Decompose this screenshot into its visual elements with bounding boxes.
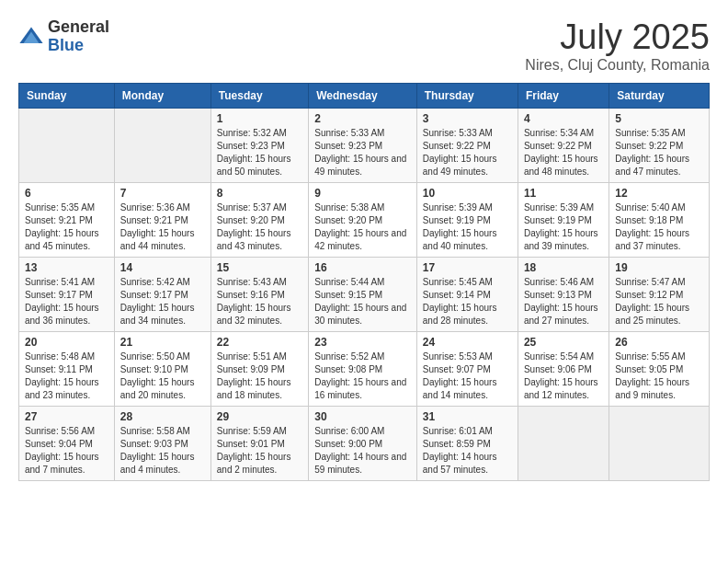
day-number: 6 <box>25 187 108 200</box>
day-info: Sunrise: 5:32 AMSunset: 9:23 PMDaylight:… <box>217 127 302 178</box>
calendar-cell: 23Sunrise: 5:52 AMSunset: 9:08 PMDayligh… <box>309 331 417 406</box>
weekday-header-sunday: Sunday <box>19 83 115 108</box>
day-number: 17 <box>423 261 512 274</box>
day-number: 18 <box>524 261 603 274</box>
title-block: July 2025 Nires, Cluj County, Romania <box>525 18 710 74</box>
day-info: Sunrise: 5:38 AMSunset: 9:20 PMDaylight:… <box>314 201 411 253</box>
day-info: Sunrise: 5:54 AMSunset: 9:06 PMDaylight:… <box>524 350 603 402</box>
calendar-cell <box>19 108 115 182</box>
calendar-cell: 10Sunrise: 5:39 AMSunset: 9:19 PMDayligh… <box>416 182 518 257</box>
day-info: Sunrise: 5:47 AMSunset: 9:12 PMDaylight:… <box>615 276 703 327</box>
day-info: Sunrise: 5:48 AMSunset: 9:11 PMDaylight:… <box>25 350 108 402</box>
week-row-2: 6Sunrise: 5:35 AMSunset: 9:21 PMDaylight… <box>19 182 710 257</box>
calendar-cell: 14Sunrise: 5:42 AMSunset: 9:17 PMDayligh… <box>114 257 210 331</box>
weekday-header-row: SundayMondayTuesdayWednesdayThursdayFrid… <box>19 83 710 108</box>
calendar-cell: 5Sunrise: 5:35 AMSunset: 9:22 PMDaylight… <box>609 108 710 182</box>
weekday-header-wednesday: Wednesday <box>309 83 417 108</box>
calendar-cell: 20Sunrise: 5:48 AMSunset: 9:11 PMDayligh… <box>19 331 115 406</box>
month-year-title: July 2025 <box>525 18 710 57</box>
calendar-cell: 18Sunrise: 5:46 AMSunset: 9:13 PMDayligh… <box>518 257 609 331</box>
calendar-cell: 29Sunrise: 5:59 AMSunset: 9:01 PMDayligh… <box>210 406 308 480</box>
calendar-cell: 28Sunrise: 5:58 AMSunset: 9:03 PMDayligh… <box>114 406 210 480</box>
week-row-1: 1Sunrise: 5:32 AMSunset: 9:23 PMDaylight… <box>19 108 710 182</box>
day-info: Sunrise: 5:50 AMSunset: 9:10 PMDaylight:… <box>120 350 205 402</box>
calendar-cell: 1Sunrise: 5:32 AMSunset: 9:23 PMDaylight… <box>210 108 308 182</box>
day-info: Sunrise: 5:33 AMSunset: 9:22 PMDaylight:… <box>423 127 512 178</box>
day-info: Sunrise: 5:37 AMSunset: 9:20 PMDaylight:… <box>217 201 302 253</box>
day-number: 12 <box>615 187 703 200</box>
calendar-cell: 19Sunrise: 5:47 AMSunset: 9:12 PMDayligh… <box>609 257 710 331</box>
day-number: 10 <box>423 187 512 200</box>
day-number: 14 <box>120 261 205 274</box>
day-info: Sunrise: 5:52 AMSunset: 9:08 PMDaylight:… <box>314 350 411 402</box>
weekday-header-saturday: Saturday <box>609 83 710 108</box>
calendar-cell: 17Sunrise: 5:45 AMSunset: 9:14 PMDayligh… <box>416 257 518 331</box>
week-row-4: 20Sunrise: 5:48 AMSunset: 9:11 PMDayligh… <box>19 331 710 406</box>
day-number: 3 <box>423 112 512 125</box>
calendar-cell: 25Sunrise: 5:54 AMSunset: 9:06 PMDayligh… <box>518 331 609 406</box>
calendar-cell <box>518 406 609 480</box>
day-number: 8 <box>217 187 302 200</box>
day-info: Sunrise: 5:56 AMSunset: 9:04 PMDaylight:… <box>25 425 108 477</box>
calendar-cell: 11Sunrise: 5:39 AMSunset: 9:19 PMDayligh… <box>518 182 609 257</box>
calendar-table: SundayMondayTuesdayWednesdayThursdayFrid… <box>18 83 710 481</box>
day-number: 7 <box>120 187 205 200</box>
day-number: 21 <box>120 336 205 349</box>
weekday-header-tuesday: Tuesday <box>210 83 308 108</box>
calendar-cell: 7Sunrise: 5:36 AMSunset: 9:21 PMDaylight… <box>114 182 210 257</box>
calendar-cell: 24Sunrise: 5:53 AMSunset: 9:07 PMDayligh… <box>416 331 518 406</box>
day-info: Sunrise: 6:00 AMSunset: 9:00 PMDaylight:… <box>314 425 411 477</box>
day-info: Sunrise: 5:41 AMSunset: 9:17 PMDaylight:… <box>25 276 108 327</box>
calendar-cell: 27Sunrise: 5:56 AMSunset: 9:04 PMDayligh… <box>19 406 115 480</box>
day-info: Sunrise: 5:59 AMSunset: 9:01 PMDaylight:… <box>217 425 302 477</box>
day-info: Sunrise: 5:43 AMSunset: 9:16 PMDaylight:… <box>217 276 302 327</box>
day-info: Sunrise: 5:44 AMSunset: 9:15 PMDaylight:… <box>314 276 411 327</box>
day-number: 31 <box>423 410 512 423</box>
weekday-header-thursday: Thursday <box>416 83 518 108</box>
day-info: Sunrise: 5:35 AMSunset: 9:21 PMDaylight:… <box>25 201 108 253</box>
week-row-3: 13Sunrise: 5:41 AMSunset: 9:17 PMDayligh… <box>19 257 710 331</box>
day-number: 30 <box>314 410 411 423</box>
calendar-cell: 12Sunrise: 5:40 AMSunset: 9:18 PMDayligh… <box>609 182 710 257</box>
day-number: 11 <box>524 187 603 200</box>
day-number: 22 <box>217 336 302 349</box>
day-info: Sunrise: 5:53 AMSunset: 9:07 PMDaylight:… <box>423 350 512 402</box>
day-info: Sunrise: 6:01 AMSunset: 8:59 PMDaylight:… <box>423 425 512 477</box>
calendar-cell: 3Sunrise: 5:33 AMSunset: 9:22 PMDaylight… <box>416 108 518 182</box>
calendar-cell: 9Sunrise: 5:38 AMSunset: 9:20 PMDaylight… <box>309 182 417 257</box>
day-info: Sunrise: 5:42 AMSunset: 9:17 PMDaylight:… <box>120 276 205 327</box>
calendar-cell: 16Sunrise: 5:44 AMSunset: 9:15 PMDayligh… <box>309 257 417 331</box>
day-info: Sunrise: 5:51 AMSunset: 9:09 PMDaylight:… <box>217 350 302 402</box>
logo-text: General Blue <box>48 18 109 55</box>
day-number: 2 <box>314 112 411 125</box>
day-info: Sunrise: 5:39 AMSunset: 9:19 PMDaylight:… <box>524 201 603 253</box>
day-number: 19 <box>615 261 703 274</box>
day-number: 23 <box>314 336 411 349</box>
calendar-cell: 22Sunrise: 5:51 AMSunset: 9:09 PMDayligh… <box>210 331 308 406</box>
page-header: General Blue July 2025 Nires, Cluj Count… <box>18 18 710 74</box>
calendar-cell: 6Sunrise: 5:35 AMSunset: 9:21 PMDaylight… <box>19 182 115 257</box>
day-number: 24 <box>423 336 512 349</box>
calendar-cell: 15Sunrise: 5:43 AMSunset: 9:16 PMDayligh… <box>210 257 308 331</box>
day-number: 27 <box>25 410 108 423</box>
calendar-cell: 26Sunrise: 5:55 AMSunset: 9:05 PMDayligh… <box>609 331 710 406</box>
day-number: 25 <box>524 336 603 349</box>
day-info: Sunrise: 5:33 AMSunset: 9:23 PMDaylight:… <box>314 127 411 178</box>
day-info: Sunrise: 5:35 AMSunset: 9:22 PMDaylight:… <box>615 127 703 178</box>
day-info: Sunrise: 5:46 AMSunset: 9:13 PMDaylight:… <box>524 276 603 327</box>
calendar-cell: 4Sunrise: 5:34 AMSunset: 9:22 PMDaylight… <box>518 108 609 182</box>
day-number: 15 <box>217 261 302 274</box>
day-info: Sunrise: 5:58 AMSunset: 9:03 PMDaylight:… <box>120 425 205 477</box>
logo-icon <box>18 24 44 50</box>
calendar-cell: 30Sunrise: 6:00 AMSunset: 9:00 PMDayligh… <box>309 406 417 480</box>
day-info: Sunrise: 5:45 AMSunset: 9:14 PMDaylight:… <box>423 276 512 327</box>
day-info: Sunrise: 5:55 AMSunset: 9:05 PMDaylight:… <box>615 350 703 402</box>
weekday-header-monday: Monday <box>114 83 210 108</box>
day-number: 5 <box>615 112 703 125</box>
calendar-cell <box>609 406 710 480</box>
day-number: 13 <box>25 261 108 274</box>
week-row-5: 27Sunrise: 5:56 AMSunset: 9:04 PMDayligh… <box>19 406 710 480</box>
calendar-cell: 8Sunrise: 5:37 AMSunset: 9:20 PMDaylight… <box>210 182 308 257</box>
day-number: 26 <box>615 336 703 349</box>
day-info: Sunrise: 5:39 AMSunset: 9:19 PMDaylight:… <box>423 201 512 253</box>
